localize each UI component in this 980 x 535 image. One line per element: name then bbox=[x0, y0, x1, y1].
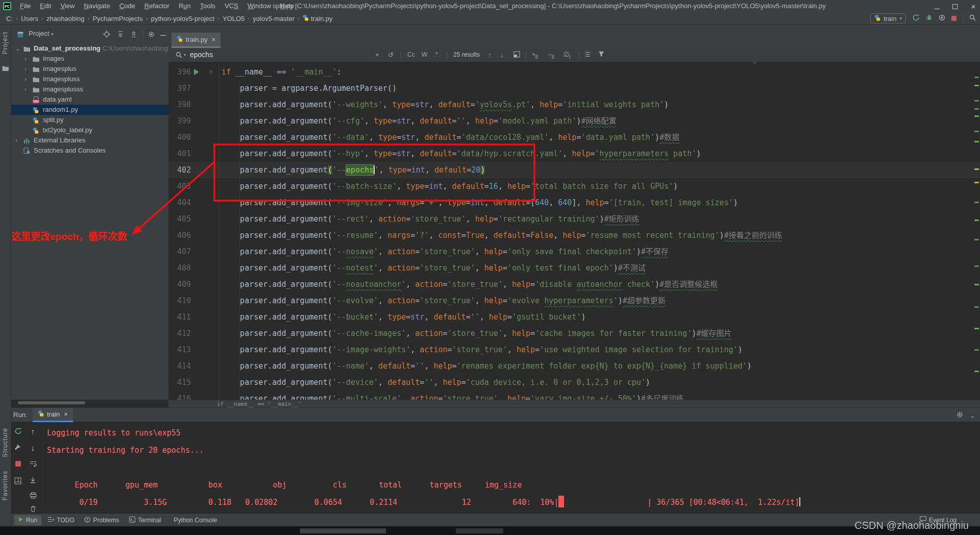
tree-item-txt2yolo-label-py[interactable]: txt2yolo_label.py bbox=[11, 125, 168, 135]
search-everywhere-icon[interactable] bbox=[969, 14, 976, 23]
sidebar-tab-structure[interactable]: Structure bbox=[2, 428, 9, 457]
minimize-button[interactable] bbox=[933, 2, 940, 11]
line-number[interactable]: 398 bbox=[168, 96, 191, 113]
regex-toggle[interactable]: .* bbox=[434, 51, 438, 58]
stripe-mark[interactable] bbox=[974, 141, 979, 142]
filter-icon[interactable] bbox=[598, 51, 604, 59]
line-number[interactable]: 413 bbox=[168, 342, 191, 358]
stripe-mark[interactable] bbox=[974, 265, 979, 267]
horizontal-scrollbar[interactable] bbox=[18, 401, 85, 404]
scroll-to-end-icon[interactable] bbox=[30, 476, 38, 484]
line-number[interactable]: 399 bbox=[168, 113, 191, 129]
breadcrumb-item[interactable]: Users bbox=[19, 15, 40, 22]
tree-item-scratches-and-consoles[interactable]: Scratches and Consoles bbox=[11, 145, 168, 156]
line-number[interactable]: 410 bbox=[168, 293, 191, 309]
line-number[interactable]: 408 bbox=[168, 260, 191, 276]
clear-search-icon[interactable]: × bbox=[375, 51, 379, 59]
project-view-dropdown[interactable]: Project ▾ bbox=[29, 30, 54, 37]
sidebar-tab-favorites[interactable]: Favorites bbox=[2, 471, 9, 500]
expand-all-icon[interactable] bbox=[117, 31, 124, 40]
chevron-right-icon[interactable]: › bbox=[24, 84, 27, 94]
breadcrumb-item[interactable]: PycharmProjects bbox=[90, 15, 144, 22]
prev-problem-icon[interactable]: ⌃ bbox=[791, 62, 795, 63]
line-number[interactable]: 397 bbox=[168, 80, 191, 96]
stripe-mark[interactable] bbox=[974, 108, 979, 110]
run-tab-train[interactable]: train × bbox=[33, 408, 73, 422]
search-input[interactable]: epochs bbox=[190, 51, 213, 59]
line-number[interactable]: 412 bbox=[168, 325, 191, 342]
breadcrumb-item[interactable]: C: bbox=[4, 15, 15, 22]
restore-layout-icon[interactable] bbox=[14, 477, 22, 485]
line-number[interactable]: 406 bbox=[168, 227, 191, 244]
gear-icon[interactable] bbox=[148, 31, 155, 40]
search-history-icon[interactable]: ↺ bbox=[388, 51, 394, 59]
wrench-icon[interactable] bbox=[14, 444, 22, 452]
line-number[interactable]: 404 bbox=[168, 194, 191, 211]
add-selection-icon[interactable]: +⫿⫿ bbox=[532, 51, 538, 60]
stripe-mark[interactable] bbox=[974, 182, 979, 183]
stripe-mark[interactable] bbox=[974, 349, 979, 351]
tree-item-images[interactable]: ›images bbox=[11, 54, 168, 64]
hide-run-panel-icon[interactable]: ⌄ bbox=[970, 412, 975, 419]
clear-all-icon[interactable] bbox=[30, 505, 38, 513]
stripe-mark[interactable] bbox=[974, 100, 979, 102]
select-all-occurrences-icon[interactable]: ☑⫿ bbox=[564, 51, 570, 60]
print-icon[interactable] bbox=[30, 492, 38, 500]
line-number[interactable]: 402 bbox=[168, 162, 191, 178]
stripe-mark[interactable] bbox=[974, 202, 979, 203]
stripe-mark[interactable] bbox=[974, 284, 979, 285]
line-number[interactable]: 411 bbox=[168, 309, 191, 325]
menu-edit[interactable]: Edit bbox=[35, 0, 56, 12]
menu-refactor[interactable]: Refactor bbox=[140, 0, 174, 12]
stripe-mark[interactable] bbox=[974, 220, 979, 221]
error-stripe[interactable] bbox=[973, 62, 980, 400]
code-editor[interactable]: 396⊟if __name__ == '__main__':397 parser… bbox=[168, 62, 980, 400]
coverage-icon[interactable] bbox=[939, 14, 945, 23]
tab-close-icon[interactable]: × bbox=[212, 36, 216, 43]
run-icon[interactable] bbox=[912, 14, 920, 23]
menu-vcs[interactable]: VCS bbox=[220, 0, 243, 12]
tab-train-py[interactable]: train.py × bbox=[172, 33, 220, 48]
line-number[interactable]: 401 bbox=[168, 145, 191, 162]
tree-item-data-set-processing[interactable]: ⌄Data_set_processing C:\Users\zhaohaobin… bbox=[11, 43, 168, 54]
stripe-mark[interactable] bbox=[974, 168, 979, 170]
up-stack-trace-icon[interactable]: ↑ bbox=[31, 427, 39, 435]
breadcrumb-item[interactable]: YOLO5 bbox=[220, 15, 247, 22]
menu-tools[interactable]: Tools bbox=[195, 0, 220, 12]
tree-item-data-yaml[interactable]: YMLdata.yaml bbox=[11, 94, 168, 105]
inspections-widget[interactable]: ▲ 4 ◎ 101 ✓ 68 ⌃ ⌄ bbox=[737, 62, 803, 64]
locate-file-icon[interactable] bbox=[103, 31, 110, 40]
stop-icon[interactable] bbox=[951, 16, 957, 21]
stripe-mark[interactable] bbox=[974, 328, 979, 329]
search-options-icon[interactable]: ☰ bbox=[585, 51, 591, 58]
match-case-toggle[interactable]: Cc bbox=[407, 51, 415, 58]
debug-bug-icon[interactable] bbox=[926, 14, 933, 23]
maximize-button[interactable] bbox=[951, 2, 959, 11]
breadcrumb-item[interactable]: yolov5-master bbox=[251, 15, 297, 22]
collapse-all-icon[interactable] bbox=[130, 31, 137, 40]
run-settings-gear-icon[interactable] bbox=[957, 411, 963, 420]
rerun-icon[interactable] bbox=[14, 427, 22, 435]
menu-navigate[interactable]: Navigate bbox=[79, 0, 114, 12]
next-problem-icon[interactable]: ⌄ bbox=[799, 62, 803, 63]
chevron-right-icon[interactable]: › bbox=[24, 54, 27, 64]
hide-panel-icon[interactable]: ─ bbox=[160, 31, 166, 40]
statusbar-todo[interactable]: TODO bbox=[43, 515, 78, 525]
breadcrumb-item[interactable]: zhaohaobing bbox=[44, 15, 86, 22]
sidebar-tab-project[interactable]: Project bbox=[2, 32, 9, 54]
stripe-mark[interactable] bbox=[974, 85, 979, 86]
stripe-mark[interactable] bbox=[974, 371, 979, 372]
run-configuration-select[interactable]: train ▾ bbox=[870, 13, 906, 23]
statusbar-problems[interactable]: Problems bbox=[80, 515, 123, 526]
stripe-mark[interactable] bbox=[974, 131, 979, 132]
open-in-find-window-icon[interactable] bbox=[513, 51, 520, 59]
down-stack-trace-icon[interactable]: ↓ bbox=[31, 444, 39, 452]
line-number[interactable]: 396 bbox=[168, 64, 191, 80]
fold-icon[interactable]: ⊟ bbox=[209, 64, 213, 80]
chevron-right-icon[interactable]: › bbox=[15, 135, 17, 145]
remove-selection-icon[interactable]: −⫿⫿ bbox=[548, 51, 554, 60]
line-number[interactable]: 400 bbox=[168, 129, 191, 145]
stop-icon[interactable] bbox=[15, 461, 21, 467]
breadcrumb-item[interactable]: train.py bbox=[301, 15, 335, 22]
breadcrumb-item[interactable]: python-yolov5-project bbox=[149, 15, 216, 22]
